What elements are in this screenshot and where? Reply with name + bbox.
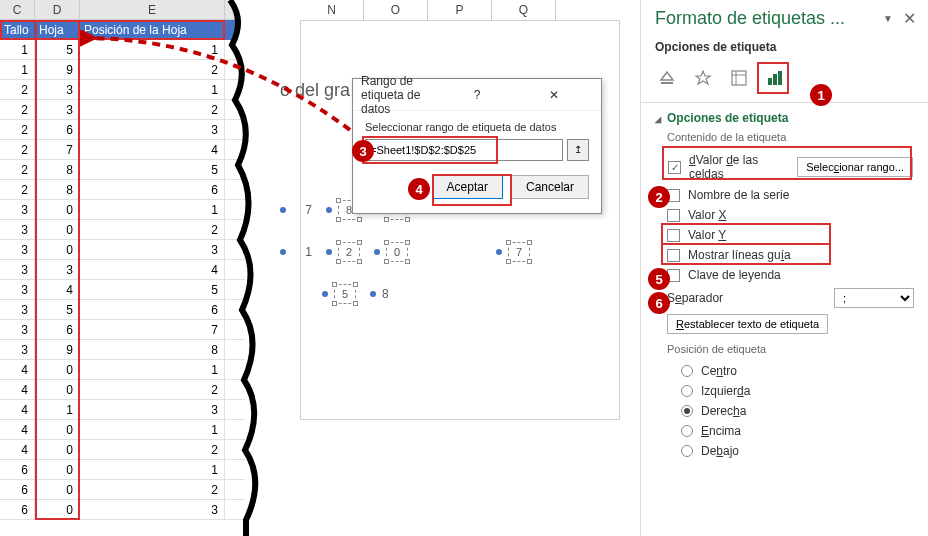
table-row[interactable]: 356 — [0, 300, 245, 320]
table-row[interactable]: 303 — [0, 240, 245, 260]
table-row[interactable]: 402 — [0, 380, 245, 400]
cell[interactable]: 8 — [35, 180, 80, 199]
cell[interactable]: 3 — [0, 300, 35, 319]
cell[interactable]: 0 — [35, 200, 80, 219]
cell[interactable]: 3 — [35, 100, 80, 119]
cell[interactable]: 6 — [0, 500, 35, 519]
cell[interactable]: 9 — [35, 60, 80, 79]
cell[interactable]: 1 — [80, 80, 225, 99]
cell[interactable]: 5 — [35, 300, 80, 319]
cell[interactable]: 1 — [35, 400, 80, 419]
cell[interactable]: 2 — [0, 80, 35, 99]
cell[interactable]: 1 — [0, 40, 35, 59]
table-row[interactable]: 401 — [0, 360, 245, 380]
cell[interactable]: 0 — [35, 480, 80, 499]
section-label-options[interactable]: Opciones de etiqueta — [641, 111, 928, 131]
effects-icon[interactable] — [691, 66, 715, 90]
data-label-box[interactable]: 2 — [338, 242, 360, 262]
table-row[interactable]: 274 — [0, 140, 245, 160]
cell[interactable]: 0 — [35, 380, 80, 399]
data-label-box[interactable]: 5 — [334, 284, 356, 304]
header-tallo[interactable]: Tallo — [0, 20, 35, 40]
below-radio[interactable] — [681, 445, 693, 457]
table-row[interactable]: 601 — [0, 460, 245, 480]
accept-button[interactable]: Aceptar — [432, 175, 503, 199]
cell[interactable]: 7 — [80, 320, 225, 339]
cell[interactable]: 8 — [35, 160, 80, 179]
reset-label-text-button[interactable]: Restablecer texto de etiqueta — [667, 314, 828, 334]
above-radio[interactable] — [681, 425, 693, 437]
table-row[interactable]: 413 — [0, 400, 245, 420]
table-row[interactable]: 398 — [0, 340, 245, 360]
cell[interactable]: 1 — [80, 420, 225, 439]
col-header-o[interactable]: O — [364, 0, 428, 20]
cell[interactable]: 2 — [0, 140, 35, 159]
table-row[interactable]: 367 — [0, 320, 245, 340]
value-y-checkbox[interactable] — [667, 229, 680, 242]
cell[interactable]: 6 — [35, 320, 80, 339]
table-row[interactable]: 345 — [0, 280, 245, 300]
col-header-q[interactable]: Q — [492, 0, 556, 20]
cell[interactable]: 4 — [35, 280, 80, 299]
cell[interactable]: 1 — [80, 460, 225, 479]
col-header-c[interactable]: C — [0, 0, 35, 19]
header-posicion[interactable]: Posición de la Hoja — [80, 20, 225, 40]
help-icon[interactable]: ? — [438, 88, 515, 102]
chart-options-icon[interactable] — [763, 66, 787, 90]
cell[interactable]: 9 — [35, 340, 80, 359]
col-header-n[interactable]: N — [300, 0, 364, 20]
data-label-box[interactable]: 7 — [508, 242, 530, 262]
cell[interactable]: 4 — [0, 440, 35, 459]
cell[interactable]: 4 — [0, 360, 35, 379]
legend-key-checkbox[interactable] — [667, 269, 680, 282]
cell[interactable]: 1 — [80, 360, 225, 379]
select-range-button[interactable]: Seleccionar rango... — [797, 157, 913, 177]
cell[interactable]: 2 — [80, 220, 225, 239]
col-header-d[interactable]: D — [35, 0, 80, 19]
cell[interactable]: 2 — [0, 180, 35, 199]
cell[interactable]: 1 — [0, 60, 35, 79]
cell[interactable]: 4 — [80, 140, 225, 159]
left-radio[interactable] — [681, 385, 693, 397]
cell[interactable]: 0 — [35, 220, 80, 239]
cell[interactable]: 6 — [80, 180, 225, 199]
cell[interactable]: 2 — [80, 440, 225, 459]
table-row[interactable]: 263 — [0, 120, 245, 140]
cell[interactable]: 3 — [80, 400, 225, 419]
close-icon[interactable]: ✕ — [903, 9, 916, 28]
cell[interactable]: 7 — [35, 140, 80, 159]
fill-icon[interactable] — [655, 66, 679, 90]
cell[interactable]: 2 — [80, 100, 225, 119]
cell[interactable]: 4 — [0, 400, 35, 419]
cell[interactable]: 0 — [35, 360, 80, 379]
cancel-button[interactable]: Cancelar — [511, 175, 589, 199]
table-row[interactable]: 192 — [0, 60, 245, 80]
table-row[interactable]: 151 — [0, 40, 245, 60]
cell[interactable]: 3 — [0, 280, 35, 299]
cell[interactable]: 0 — [35, 240, 80, 259]
cell[interactable]: 2 — [80, 380, 225, 399]
leader-lines-checkbox[interactable] — [667, 249, 680, 262]
cell[interactable]: 2 — [80, 480, 225, 499]
table-row[interactable]: 401 — [0, 420, 245, 440]
table-row[interactable]: 603 — [0, 500, 245, 520]
cell[interactable]: 0 — [35, 420, 80, 439]
table-row[interactable]: 302 — [0, 220, 245, 240]
cell[interactable]: 3 — [35, 80, 80, 99]
cell[interactable]: 3 — [0, 320, 35, 339]
size-icon[interactable] — [727, 66, 751, 90]
cell[interactable]: 0 — [35, 440, 80, 459]
table-row[interactable]: 286 — [0, 180, 245, 200]
header-hoja[interactable]: Hoja — [35, 20, 80, 40]
cell[interactable]: 1 — [80, 40, 225, 59]
cell[interactable]: 5 — [80, 160, 225, 179]
cell[interactable]: 0 — [35, 500, 80, 519]
cell[interactable]: 5 — [35, 40, 80, 59]
cell[interactable]: 3 — [80, 500, 225, 519]
close-icon[interactable]: ✕ — [516, 88, 593, 102]
cell[interactable]: 3 — [0, 340, 35, 359]
cell[interactable]: 2 — [0, 160, 35, 179]
cell[interactable]: 4 — [0, 420, 35, 439]
col-header-e[interactable]: E — [80, 0, 225, 19]
cell[interactable]: 3 — [0, 240, 35, 259]
